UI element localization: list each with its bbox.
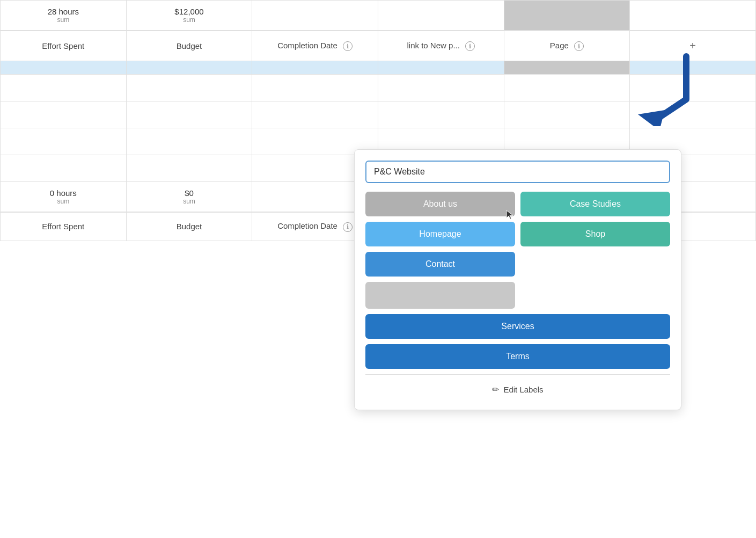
terms-button[interactable]: Terms [365, 344, 670, 369]
budget-header: Budget [126, 31, 252, 61]
bottom-budget-header: Budget [126, 212, 252, 241]
bottom-effort-sum: 0 hours sum [1, 182, 127, 213]
dropdown-divider [365, 374, 670, 375]
page-buttons-grid: About us Case Studies Homepage Shop Cont… [365, 192, 670, 309]
top-link-sum [378, 1, 504, 31]
highlighted-add-cell [630, 61, 756, 75]
page-dropdown-panel: About us Case Studies Homepage Shop Cont… [354, 149, 681, 410]
highlighted-completion-cell [252, 61, 378, 75]
bottom-budget-sum: $0 sum [126, 182, 252, 213]
case-studies-button[interactable]: Case Studies [520, 192, 670, 216]
top-completion-sum [252, 1, 378, 31]
edit-labels-row[interactable]: ✏ Edit Labels [365, 380, 670, 399]
add-column-button[interactable]: + [689, 40, 696, 52]
effort-header: Effort Spent [1, 31, 127, 61]
empty-row-1 [1, 75, 756, 101]
column-header-row: Effort Spent Budget Completion Date ℹ li… [1, 31, 756, 61]
highlighted-data-row [1, 61, 756, 75]
completion-header: Completion Date ℹ [252, 31, 378, 61]
services-button[interactable]: Services [365, 314, 670, 339]
website-input[interactable] [365, 161, 670, 183]
top-sum-row: 28 hours sum $12,000 sum [1, 1, 756, 31]
completion-info-icon[interactable]: ℹ [343, 41, 353, 51]
highlighted-page-cell [504, 61, 630, 75]
empty-row-2 [1, 101, 756, 128]
about-us-button[interactable]: About us [365, 192, 515, 216]
add-column-header[interactable]: + [630, 31, 756, 61]
homepage-button[interactable]: Homepage [365, 222, 515, 246]
link-info-icon[interactable]: ℹ [465, 41, 475, 51]
highlighted-budget-cell [126, 61, 252, 75]
contact-button[interactable]: Contact [365, 252, 515, 277]
link-header: link to New p... ℹ [378, 31, 504, 61]
table-container: 28 hours sum $12,000 sum Effort Spent Bu… [0, 0, 756, 538]
top-add-sum [630, 1, 756, 31]
page-info-icon[interactable]: ℹ [574, 41, 584, 51]
edit-pencil-icon: ✏ [492, 384, 499, 395]
top-page-sum [504, 1, 630, 31]
highlighted-link-cell[interactable] [378, 61, 504, 75]
bottom-completion-info-icon[interactable]: ℹ [343, 222, 353, 232]
highlighted-effort-cell [1, 61, 127, 75]
bottom-effort-header: Effort Spent [1, 212, 127, 241]
shop-button[interactable]: Shop [520, 222, 670, 246]
page-header: Page ℹ [504, 31, 630, 61]
edit-labels-text: Edit Labels [503, 385, 543, 394]
top-budget-sum: $12,000 sum [126, 1, 252, 31]
empty-placeholder-button [365, 282, 515, 309]
top-effort-sum: 28 hours sum [1, 1, 127, 31]
